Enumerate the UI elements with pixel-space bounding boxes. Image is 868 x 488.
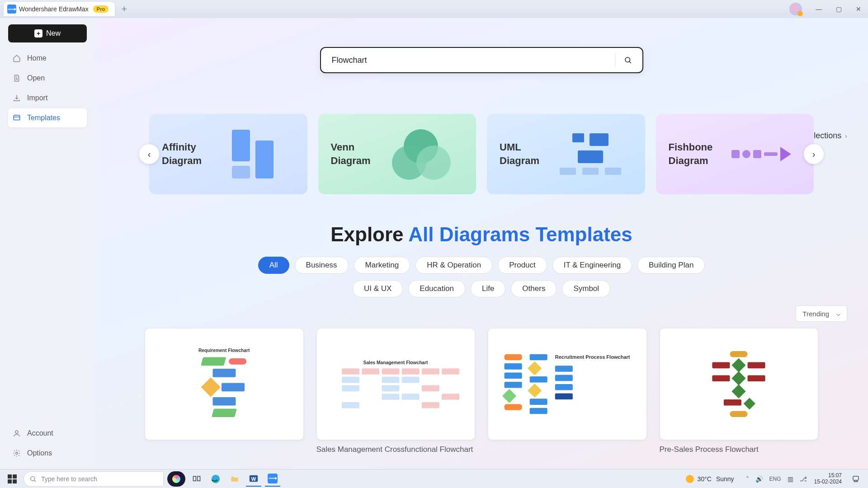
- copilot-icon: [172, 475, 180, 483]
- category-label: VennDiagram: [331, 141, 371, 167]
- search-icon: [624, 56, 632, 64]
- action-center-icon[interactable]: [848, 471, 863, 487]
- filter-pill-symbol[interactable]: Symbol: [562, 280, 610, 297]
- filter-pill-all[interactable]: All: [258, 257, 289, 274]
- search-button[interactable]: [622, 54, 634, 66]
- weather-temp: 30°C: [698, 475, 712, 483]
- new-tab-button[interactable]: +: [121, 3, 127, 15]
- sidebar-item-options[interactable]: Options: [8, 444, 87, 463]
- wifi-icon[interactable]: ⎇: [800, 475, 807, 483]
- filter-pill-hr-operation[interactable]: HR & Operation: [415, 257, 492, 274]
- sidebar-item-account[interactable]: Account: [8, 424, 87, 443]
- language-icon[interactable]: ENG: [769, 476, 781, 482]
- template-card[interactable]: Requirement Flowchart: [145, 328, 304, 455]
- tray-chevron-icon[interactable]: ˄: [746, 475, 749, 483]
- carousel-prev-button[interactable]: ‹: [139, 144, 159, 164]
- filter-pill-life[interactable]: Life: [471, 280, 505, 297]
- import-icon: [13, 94, 21, 102]
- new-button[interactable]: + New: [8, 24, 87, 42]
- app-name: Wondershare EdrawMax: [19, 5, 89, 13]
- taskbar-app-edrawmax[interactable]: ⟶: [265, 471, 280, 487]
- svg-rect-17: [853, 476, 859, 480]
- template-thumb: Requirement Flowchart: [145, 328, 304, 440]
- category-label: UMLDiagram: [500, 141, 539, 167]
- chevron-down-icon: ⌵: [836, 310, 840, 318]
- uml-art-icon: [548, 133, 632, 175]
- template-card[interactable]: Pre-Sales Process Flowchart: [660, 328, 819, 455]
- carousel-next-button[interactable]: ›: [804, 144, 824, 164]
- template-card[interactable]: Recruitment Process Flowchart: [488, 328, 647, 455]
- taskbar-weather[interactable]: 30°C Sunny: [686, 475, 734, 483]
- templates-icon: [13, 114, 21, 122]
- taskbar-clock[interactable]: 15:07 15-02-2024: [814, 473, 842, 485]
- search-box[interactable]: [320, 47, 643, 73]
- sidebar-item-templates[interactable]: Templates: [8, 108, 87, 127]
- filter-pill-others[interactable]: Others: [511, 280, 557, 297]
- taskbar-app-edge[interactable]: [208, 471, 223, 487]
- sidebar-item-label: Account: [27, 429, 53, 437]
- app-tab[interactable]: ⟶ Wondershare EdrawMax Pro: [4, 2, 115, 16]
- sidebar-item-label: Open: [27, 74, 45, 82]
- plus-icon: +: [34, 29, 42, 38]
- start-button[interactable]: [5, 471, 20, 487]
- pro-badge: Pro: [93, 5, 108, 13]
- taskbar-app-explorer[interactable]: [227, 471, 242, 487]
- filter-pill-marketing[interactable]: Marketing: [354, 257, 410, 274]
- weather-cond: Sunny: [716, 475, 734, 483]
- new-button-label: New: [46, 29, 61, 38]
- sort-label: Trending: [802, 310, 829, 318]
- sidebar: + New Home Open Import Templates Account…: [0, 18, 95, 470]
- file-icon: [13, 74, 21, 82]
- sidebar-item-home[interactable]: Home: [8, 49, 87, 68]
- sidebar-item-import[interactable]: Import: [8, 89, 87, 108]
- template-grid: Requirement Flowchart Sales Management F…: [145, 328, 818, 455]
- taskbar-search[interactable]: Type here to search: [24, 471, 164, 487]
- filter-pills-row2: UI & UXEducationLifeOthersSymbol: [255, 280, 708, 297]
- filter-pills: AllBusinessMarketingHR & OperationProduc…: [255, 257, 708, 274]
- sidebar-item-label: Options: [27, 449, 52, 457]
- filter-pill-education[interactable]: Education: [408, 280, 465, 297]
- speaker-icon[interactable]: 🔊: [755, 475, 763, 483]
- affinity-art-icon: [211, 130, 294, 178]
- svg-rect-7: [14, 115, 20, 120]
- minimize-button[interactable]: —: [813, 3, 825, 15]
- svg-point-10: [625, 57, 630, 62]
- svg-point-9: [16, 452, 18, 455]
- category-card-fishbone[interactable]: FishboneDiagram: [656, 114, 814, 194]
- category-card-uml[interactable]: UMLDiagram: [487, 114, 645, 194]
- sidebar-item-label: Home: [27, 54, 47, 62]
- copilot-button[interactable]: [167, 471, 185, 487]
- search-icon: [29, 475, 37, 483]
- sidebar-item-label: Import: [27, 94, 47, 102]
- taskbar-app-word[interactable]: W: [246, 471, 261, 487]
- template-title: Sales Management Crossfunctional Flowcha…: [316, 445, 476, 455]
- filter-pill-ui-ux[interactable]: UI & UX: [353, 280, 403, 297]
- user-avatar-icon[interactable]: [789, 3, 802, 15]
- svg-point-8: [15, 431, 18, 433]
- filter-pill-building-plan[interactable]: Building Plan: [637, 257, 705, 274]
- sidebar-item-label: Templates: [27, 114, 60, 122]
- page-heading: Explore All Diagrams Templates: [95, 223, 868, 246]
- home-icon: [13, 54, 21, 62]
- filter-pill-product[interactable]: Product: [498, 257, 547, 274]
- template-thumb: Recruitment Process Flowchart: [488, 328, 647, 440]
- category-carousel: ‹ AffinityDiagram VennDiagram: [149, 114, 814, 194]
- close-button[interactable]: ✕: [853, 3, 864, 15]
- category-card-venn[interactable]: VennDiagram: [318, 114, 476, 194]
- sidebar-item-open[interactable]: Open: [8, 69, 87, 88]
- divider: [615, 53, 615, 67]
- battery-icon[interactable]: ▥: [788, 475, 793, 483]
- category-label: AffinityDiagram: [162, 141, 202, 167]
- taskbar-search-placeholder: Type here to search: [41, 475, 97, 483]
- task-view-button[interactable]: [189, 471, 204, 487]
- filter-pill-it-engineering[interactable]: IT & Engineering: [552, 257, 632, 274]
- category-card-affinity[interactable]: AffinityDiagram: [149, 114, 307, 194]
- sort-dropdown[interactable]: Trending ⌵: [796, 305, 847, 322]
- template-card[interactable]: Sales Management Flowchart Sales Managem…: [316, 328, 476, 455]
- system-tray[interactable]: ˄ 🔊 ENG ▥ ⎇: [746, 475, 807, 483]
- filter-pill-business[interactable]: Business: [295, 257, 349, 274]
- taskbar: Type here to search W ⟶ 30°C Sunny ˄ 🔊 E…: [0, 469, 868, 488]
- venn-art-icon: [380, 129, 463, 179]
- search-input[interactable]: [332, 56, 609, 65]
- maximize-button[interactable]: ▢: [833, 3, 844, 15]
